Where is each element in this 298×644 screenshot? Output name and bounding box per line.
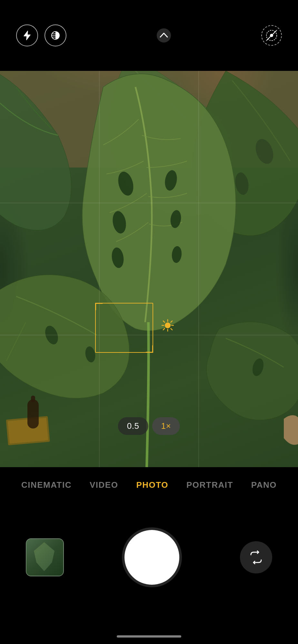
mode-photo[interactable]: PHOTO xyxy=(127,477,177,493)
top-bar-left-controls xyxy=(16,24,66,46)
mode-pano[interactable]: PANO xyxy=(242,477,286,493)
zoom-1x-button[interactable]: 1× xyxy=(152,417,180,435)
svg-point-5 xyxy=(270,34,273,37)
last-photo-thumbnail[interactable] xyxy=(26,538,64,576)
svg-line-37 xyxy=(163,329,165,330)
shutter-inner-circle xyxy=(128,533,176,581)
svg-point-29 xyxy=(165,322,171,328)
exposure-control[interactable] xyxy=(161,319,174,332)
collapse-button[interactable] xyxy=(153,24,175,46)
svg-line-36 xyxy=(171,321,173,322)
flip-camera-button[interactable] xyxy=(240,541,272,573)
camera-mode-bar: CINEMATIC VIDEO PHOTO PORTRAIT PANO xyxy=(0,467,298,503)
svg-line-35 xyxy=(171,329,173,330)
zoom-controls: 0.5 1× xyxy=(118,417,180,435)
svg-point-6 xyxy=(266,30,277,41)
shutter-button[interactable] xyxy=(124,530,179,585)
svg-rect-23 xyxy=(31,396,35,402)
mode-video[interactable]: VIDEO xyxy=(81,477,127,493)
thumbnail-preview xyxy=(26,539,63,576)
mode-portrait[interactable]: PORTRAIT xyxy=(177,477,242,493)
focus-box[interactable] xyxy=(95,303,153,353)
top-bar xyxy=(0,0,298,71)
camera-viewfinder[interactable]: 0.5 1× xyxy=(0,71,298,467)
zoom-05-button[interactable]: 0.5 xyxy=(118,417,148,435)
flash-button[interactable] xyxy=(16,24,38,46)
live-photo-button[interactable] xyxy=(261,25,282,46)
svg-line-34 xyxy=(163,321,165,322)
camera-controls-bar xyxy=(0,503,298,612)
svg-line-7 xyxy=(267,31,276,40)
thumbnail-leaf xyxy=(31,542,57,571)
svg-rect-22 xyxy=(27,399,39,428)
tone-adjustment-button[interactable] xyxy=(45,24,66,46)
leaf-scene xyxy=(0,71,298,467)
mode-cinematic[interactable]: CINEMATIC xyxy=(12,477,81,493)
svg-point-4 xyxy=(157,28,171,43)
home-indicator[interactable] xyxy=(117,635,181,638)
